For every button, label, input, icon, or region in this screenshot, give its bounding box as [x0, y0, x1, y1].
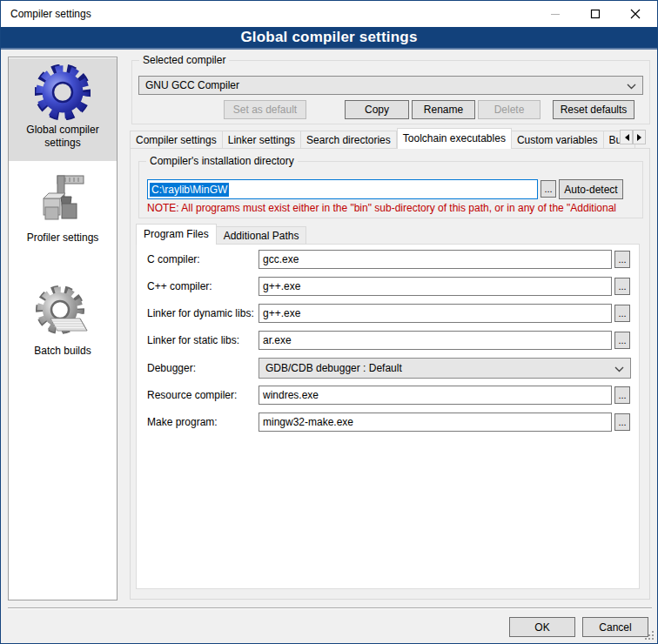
resource-compiler-browse-button[interactable]: ...	[614, 386, 630, 404]
auto-detect-button[interactable]: Auto-detect	[559, 179, 623, 199]
linker-dynamic-label: Linker for dynamic libs:	[147, 304, 254, 323]
cpp-compiler-label: C++ compiler:	[147, 277, 212, 296]
resource-compiler-label: Resource compiler:	[147, 386, 237, 405]
caliper-icon	[35, 172, 91, 228]
install-dir-note: NOTE: All programs must exist either in …	[147, 202, 641, 214]
make-program-browse-button[interactable]: ...	[614, 413, 630, 431]
rename-button[interactable]: Rename	[412, 100, 475, 119]
resource-compiler-input[interactable]	[258, 386, 612, 405]
minimize-button[interactable]	[535, 1, 575, 27]
ok-button[interactable]: OK	[509, 617, 575, 637]
sidebar-item-profiler-settings[interactable]: Profiler settings	[9, 167, 117, 273]
sidebar-item-batch-builds[interactable]: Batch builds	[9, 279, 117, 386]
compiler-select-value: GNU GCC Compiler	[145, 79, 239, 91]
minimize-icon	[550, 9, 561, 19]
title-bar[interactable]: Compiler settings	[1, 1, 657, 27]
make-program-input[interactable]	[258, 413, 612, 432]
gear-gray-stack-icon	[35, 285, 91, 341]
gear-blue-icon	[35, 64, 91, 120]
linker-static-label: Linker for static libs:	[147, 331, 239, 350]
maximize-button[interactable]	[575, 1, 615, 27]
cpp-compiler-input[interactable]	[258, 277, 612, 296]
c-compiler-label: C compiler:	[147, 250, 200, 269]
install-dir-selected-text: C:\raylib\MinGW	[150, 183, 229, 197]
window-title: Compiler settings	[10, 8, 91, 20]
copy-button[interactable]: Copy	[345, 100, 409, 119]
subtab-additional-paths[interactable]: Additional Paths	[217, 226, 307, 245]
close-icon	[630, 9, 641, 19]
arrow-right-icon	[636, 133, 643, 142]
maximize-icon	[590, 9, 601, 19]
chevron-down-icon	[627, 84, 636, 90]
compiler-settings-dialog: Compiler settings Global compiler settin…	[0, 0, 658, 644]
linker-dynamic-browse-button[interactable]: ...	[614, 305, 630, 322]
settings-sidebar: Global compiler settings Profiler settin…	[8, 57, 118, 600]
arrow-left-icon	[623, 133, 630, 142]
chevron-down-icon	[614, 366, 624, 372]
sidebar-label: Profiler settings	[9, 231, 117, 245]
debugger-select-value: GDB/CDB debugger : Default	[265, 362, 402, 374]
install-dir-input[interactable]: C:\raylib\MinGW	[147, 179, 538, 199]
main-tab-strip: Compiler settings Linker settings Search…	[130, 128, 635, 149]
debugger-select[interactable]: GDB/CDB debugger : Default	[258, 358, 631, 379]
linker-static-input[interactable]	[258, 331, 612, 350]
sidebar-item-global-compiler-settings[interactable]: Global compiler settings	[9, 58, 117, 161]
tab-scroll-left-button[interactable]	[620, 130, 633, 144]
cancel-button[interactable]: Cancel	[582, 617, 648, 637]
compiler-select[interactable]: GNU GCC Compiler	[138, 76, 643, 95]
sidebar-label: Batch builds	[9, 345, 117, 358]
reset-defaults-button[interactable]: Reset defaults	[553, 100, 634, 119]
cpp-compiler-browse-button[interactable]: ...	[614, 278, 630, 295]
tab-search-directories[interactable]: Search directories	[301, 131, 397, 149]
subtab-program-files[interactable]: Program Files	[136, 224, 217, 245]
sub-tab-strip: Program Files Additional Paths	[136, 224, 306, 245]
page-title: Global compiler settings	[240, 29, 417, 46]
tab-custom-variables[interactable]: Custom variables	[512, 131, 604, 149]
install-dir-browse-button[interactable]: ...	[540, 180, 556, 198]
debugger-label: Debugger:	[147, 359, 196, 378]
make-program-label: Make program:	[147, 413, 218, 432]
close-button[interactable]	[615, 1, 655, 27]
tab-compiler-settings[interactable]: Compiler settings	[130, 131, 223, 149]
c-compiler-input[interactable]	[258, 250, 612, 269]
sidebar-label: Global compiler settings	[9, 124, 117, 150]
dialog-header: Global compiler settings	[1, 27, 657, 50]
linker-dynamic-input[interactable]	[258, 304, 612, 323]
install-dir-group-label: Compiler's installation directory	[146, 155, 298, 167]
selected-compiler-group-label: Selected compiler	[139, 54, 229, 66]
tab-toolchain-executables[interactable]: Toolchain executables	[397, 128, 512, 149]
resize-grip[interactable]	[644, 630, 655, 641]
tab-scroll-right-button[interactable]	[633, 130, 646, 144]
c-compiler-browse-button[interactable]: ...	[614, 251, 630, 268]
delete-button[interactable]: Delete	[478, 100, 540, 119]
set-as-default-button[interactable]: Set as default	[224, 100, 306, 119]
linker-static-browse-button[interactable]: ...	[614, 332, 630, 349]
tab-linker-settings[interactable]: Linker settings	[223, 131, 301, 149]
footer-separator	[8, 607, 652, 609]
